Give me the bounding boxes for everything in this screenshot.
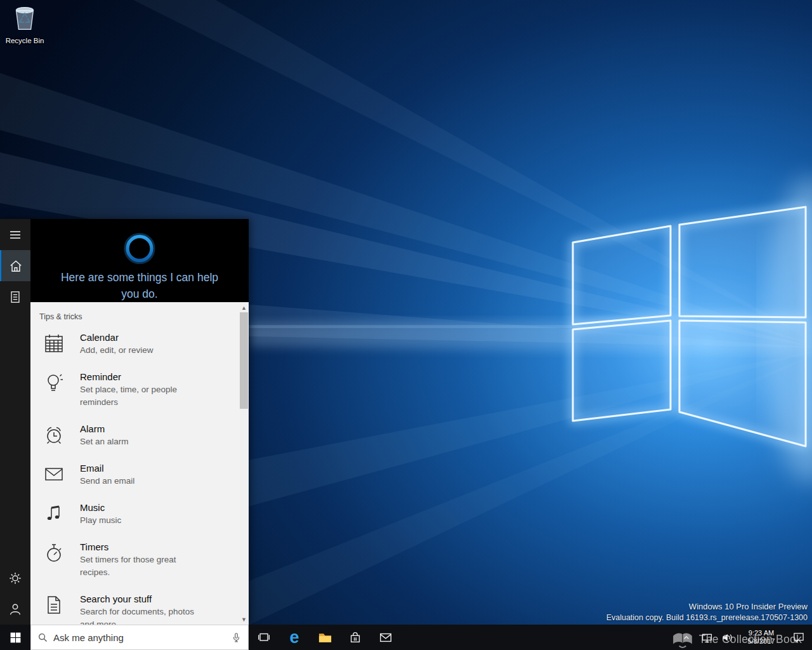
- tip-title: Timers: [80, 541, 214, 554]
- tip-title: Reminder: [80, 371, 214, 383]
- tip-title: Search your stuff: [80, 593, 214, 606]
- search-icon: [37, 632, 48, 643]
- taskbar: e 9:23 AM 5/8/2017: [0, 625, 812, 650]
- tip-title: Email: [80, 462, 214, 475]
- cortana-panel: Here are some things I can help you do. …: [0, 219, 249, 625]
- search-stuff-icon: [43, 594, 65, 616]
- tip-title: Music: [80, 501, 214, 514]
- volume-icon: [721, 632, 733, 644]
- tip-timers[interactable]: Timers Set timers for those great recipe…: [30, 534, 249, 586]
- action-center-button[interactable]: [785, 625, 812, 650]
- system-tray: 9:23 AM 5/8/2017: [676, 625, 812, 650]
- volume-button[interactable]: [717, 625, 737, 650]
- build-watermark: Windows 10 Pro Insider Preview Evaluatio…: [606, 601, 808, 623]
- clock-date: 5/8/2017: [748, 637, 775, 646]
- desktop[interactable]: Recycle Bin Windows 10 Pro Insider Previ…: [0, 0, 812, 650]
- menu-icon: [9, 229, 22, 241]
- start-icon: [10, 632, 22, 644]
- clock-time: 9:23 AM: [749, 629, 774, 638]
- start-button[interactable]: [0, 625, 30, 650]
- tip-subtitle: Set an alarm: [80, 435, 214, 448]
- hidden-icons-chevron: [682, 633, 691, 642]
- calendar-icon: [43, 333, 65, 354]
- tip-search-your-stuff[interactable]: Search your stuff Search for documents, …: [30, 586, 249, 625]
- tip-title: Calendar: [80, 331, 214, 344]
- tip-subtitle: Search for documents, photos and more: [80, 606, 214, 625]
- search-input[interactable]: [53, 632, 226, 643]
- mail-icon: [379, 630, 393, 644]
- action-center-icon: [792, 631, 805, 644]
- task-view-button[interactable]: [249, 625, 279, 650]
- scroll-down-arrow[interactable]: ▼: [240, 615, 248, 623]
- file-explorer-icon: [318, 630, 332, 645]
- tip-title: Alarm: [80, 423, 214, 435]
- alarm-icon: [43, 424, 65, 446]
- scrollbar[interactable]: ▲ ▼: [240, 303, 248, 623]
- taskbar-clock[interactable]: 9:23 AM 5/8/2017: [737, 625, 785, 650]
- scrollbar-thumb[interactable]: [240, 312, 248, 409]
- tip-music[interactable]: Music Play music: [30, 494, 249, 534]
- taskbar-empty-area: [401, 625, 676, 650]
- tip-text: Reminder Set place, time, or people remi…: [80, 371, 214, 409]
- menu-button[interactable]: [0, 219, 30, 250]
- tip-email[interactable]: Email Send an email: [30, 455, 249, 494]
- tip-calendar[interactable]: Calendar Add, edit, or review: [30, 324, 249, 364]
- tip-text: Search your stuff Search for documents, …: [80, 593, 214, 625]
- recycle-bin-icon: [10, 24, 39, 35]
- cortana-greeting: Here are some things I can help you do.: [61, 269, 218, 302]
- tip-subtitle: Set place, time, or people reminders: [80, 383, 214, 409]
- settings-button[interactable]: [0, 562, 30, 594]
- taskbar-search-box[interactable]: [30, 625, 249, 650]
- home-icon: [9, 259, 23, 273]
- tip-alarm[interactable]: Alarm Set an alarm: [30, 416, 249, 455]
- cortana-ring-icon: [122, 232, 157, 265]
- notebook-icon: [8, 290, 22, 304]
- settings-gear-icon: [8, 571, 22, 585]
- edge-button[interactable]: e: [279, 625, 310, 650]
- network-icon: [701, 632, 713, 644]
- hidden-icons-button[interactable]: [676, 625, 697, 650]
- watermark-edition: Windows 10 Pro Insider Preview: [606, 601, 808, 613]
- tip-subtitle: Play music: [80, 514, 214, 527]
- timers-icon: [43, 542, 65, 564]
- section-title: Tips & tricks: [30, 302, 249, 324]
- task-view-icon: [257, 630, 271, 644]
- mail-button[interactable]: [370, 625, 401, 650]
- home-button[interactable]: [0, 250, 30, 281]
- notebook-button[interactable]: [0, 281, 30, 312]
- watermark-build: Evaluation copy. Build 16193.rs_prerelea…: [606, 613, 808, 623]
- reminder-icon: [43, 372, 65, 394]
- edge-icon: e: [289, 629, 299, 646]
- tip-text: Email Send an email: [80, 462, 214, 488]
- email-icon: [43, 463, 65, 485]
- tip-subtitle: Set timers for those great recipes.: [80, 554, 214, 579]
- tip-text: Alarm Set an alarm: [80, 423, 214, 448]
- tip-reminder[interactable]: Reminder Set place, time, or people remi…: [30, 364, 249, 416]
- cortana-suggestions: Tips & tricks Calendar Add, edit, or rev…: [30, 302, 249, 625]
- recycle-bin-label: Recycle Bin: [5, 37, 44, 45]
- tip-text: Music Play music: [80, 501, 214, 527]
- tip-text: Timers Set timers for those great recipe…: [80, 541, 214, 579]
- network-button[interactable]: [697, 625, 717, 650]
- microphone-icon[interactable]: [231, 632, 242, 643]
- cortana-main: Here are some things I can help you do. …: [30, 219, 249, 625]
- cortana-header: Here are some things I can help you do.: [30, 219, 249, 302]
- tip-subtitle: Add, edit, or review: [80, 344, 214, 357]
- scroll-up-arrow[interactable]: ▲: [240, 303, 248, 312]
- rail-spacer: [0, 312, 30, 562]
- music-icon: [43, 503, 65, 524]
- recycle-bin-shortcut[interactable]: Recycle Bin: [5, 4, 44, 45]
- store-icon: [348, 630, 362, 644]
- store-button[interactable]: [340, 625, 370, 650]
- feedback-person-icon: [8, 602, 22, 616]
- tip-text: Calendar Add, edit, or review: [80, 331, 214, 357]
- cortana-rail: [0, 219, 30, 625]
- tip-subtitle: Send an email: [80, 475, 214, 488]
- feedback-button[interactable]: [0, 594, 30, 625]
- file-explorer-button[interactable]: [310, 625, 340, 650]
